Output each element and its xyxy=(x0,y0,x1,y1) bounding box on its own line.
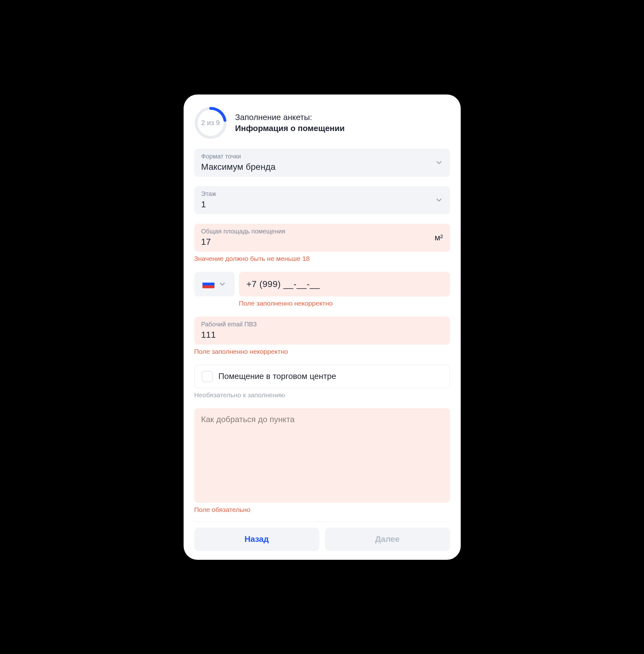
directions-textarea[interactable]: Как добраться до пункта xyxy=(194,408,450,503)
directions-error: Поле обязательно xyxy=(194,506,450,514)
phone-input[interactable]: +7 (999) __-__-__ xyxy=(239,272,450,296)
format-label: Формат точки xyxy=(201,153,443,160)
email-field-group: Рабочий email ПВЗ 111 Поле заполненно не… xyxy=(194,317,450,355)
footer: Назад Далее xyxy=(194,522,450,551)
mall-field-group: Помещение в торговом центре Необязательн… xyxy=(194,365,450,399)
format-value: Максимум бренда xyxy=(201,161,443,172)
next-button[interactable]: Далее xyxy=(325,528,450,551)
directions-field-group: Как добраться до пункта Поле обязательно xyxy=(194,408,450,514)
phone-field-group: +7 (999) __-__-__ Поле заполненно некорр… xyxy=(194,272,450,307)
phone-error: Поле заполненно некорректно xyxy=(194,299,450,307)
form-screen: 2 из 9 Заполнение анкеты: Информация о п… xyxy=(184,94,461,560)
email-error: Поле заполненно некорректно xyxy=(194,348,450,355)
phone-value: +7 (999) __-__-__ xyxy=(247,279,320,289)
mall-hint: Необязательно к заполнению xyxy=(194,391,450,399)
area-unit: м² xyxy=(435,233,443,243)
progress-ring: 2 из 9 xyxy=(194,107,227,139)
chevron-down-icon xyxy=(435,196,443,204)
area-field-group: Общая площадь помещения 17 м² Значение д… xyxy=(194,224,450,263)
mall-checkbox-row[interactable]: Помещение в торговом центре xyxy=(194,365,450,388)
email-label: Рабочий email ПВЗ xyxy=(201,320,443,328)
area-label: Общая площадь помещения xyxy=(201,227,443,235)
header: 2 из 9 Заполнение анкеты: Информация о п… xyxy=(194,107,450,139)
progress-label: 2 из 9 xyxy=(194,107,227,139)
header-line2: Информация о помещении xyxy=(235,123,345,133)
back-button[interactable]: Назад xyxy=(194,528,319,551)
header-line1: Заполнение анкеты: xyxy=(235,112,345,122)
phone-country-select[interactable] xyxy=(194,272,235,296)
floor-select[interactable]: Этаж 1 xyxy=(194,186,450,214)
directions-placeholder: Как добраться до пункта xyxy=(201,414,443,424)
chevron-down-icon xyxy=(218,280,226,288)
area-value: 17 xyxy=(201,236,443,247)
mall-checkbox[interactable] xyxy=(202,371,213,382)
flag-ru-icon xyxy=(203,280,214,288)
format-select[interactable]: Формат точки Максимум бренда xyxy=(194,149,450,177)
area-input[interactable]: Общая площадь помещения 17 м² xyxy=(194,224,450,252)
header-text: Заполнение анкеты: Информация о помещени… xyxy=(235,112,345,133)
floor-label: Этаж xyxy=(201,190,443,198)
floor-field-group: Этаж 1 xyxy=(194,186,450,214)
mall-label: Помещение в торговом центре xyxy=(218,371,336,381)
floor-value: 1 xyxy=(201,199,443,210)
chevron-down-icon xyxy=(435,158,443,167)
email-input[interactable]: Рабочий email ПВЗ 111 xyxy=(194,317,450,345)
email-value: 111 xyxy=(201,329,443,340)
area-error: Значение должно быть не меньше 18 xyxy=(194,255,450,263)
format-field-group: Формат точки Максимум бренда xyxy=(194,149,450,177)
